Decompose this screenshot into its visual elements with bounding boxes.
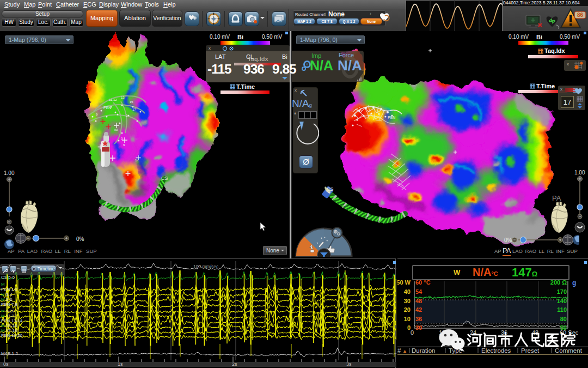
svg-text:CS: CS	[161, 176, 168, 181]
svg-text:▲: ▲	[402, 348, 407, 354]
svg-text:10: 10	[404, 316, 411, 322]
svg-text:CS: CS	[327, 186, 334, 192]
svg-text:54: 54	[415, 288, 422, 295]
svg-text:80: 80	[560, 316, 567, 322]
svg-text:40: 40	[404, 288, 411, 295]
svg-text:50 W: 50 W	[397, 279, 411, 286]
svg-text:11,12: 11,12	[109, 98, 117, 101]
svg-text:86: 86	[577, 12, 584, 18]
svg-text:15: 15	[130, 100, 133, 104]
svg-text:13: 13	[121, 96, 125, 99]
svg-text:110: 110	[557, 306, 567, 313]
svg-text:#: #	[397, 347, 401, 354]
svg-text:140: 140	[557, 298, 567, 304]
svg-text:60 °C: 60 °C	[415, 279, 431, 286]
svg-text:x0: x0	[114, 128, 118, 131]
svg-text:30: 30	[404, 298, 411, 304]
svg-text:170: 170	[557, 288, 567, 295]
svg-text:36: 36	[415, 316, 422, 322]
svg-text:0: 0	[411, 329, 414, 336]
svg-text:g: g	[572, 279, 576, 287]
svg-text:PEN: PEN	[103, 106, 111, 110]
svg-text:30: 30	[415, 324, 422, 331]
svg-text:20: 20	[404, 306, 411, 313]
svg-text:42: 42	[415, 306, 422, 313]
svg-text:PEN: PEN	[388, 116, 395, 119]
svg-text:1r: 1r	[135, 159, 138, 162]
svg-text:200 Ω: 200 Ω	[550, 279, 567, 286]
svg-text:17: 17	[132, 108, 136, 111]
svg-text:48: 48	[415, 298, 422, 304]
svg-text:Duration: Duration	[412, 347, 435, 354]
